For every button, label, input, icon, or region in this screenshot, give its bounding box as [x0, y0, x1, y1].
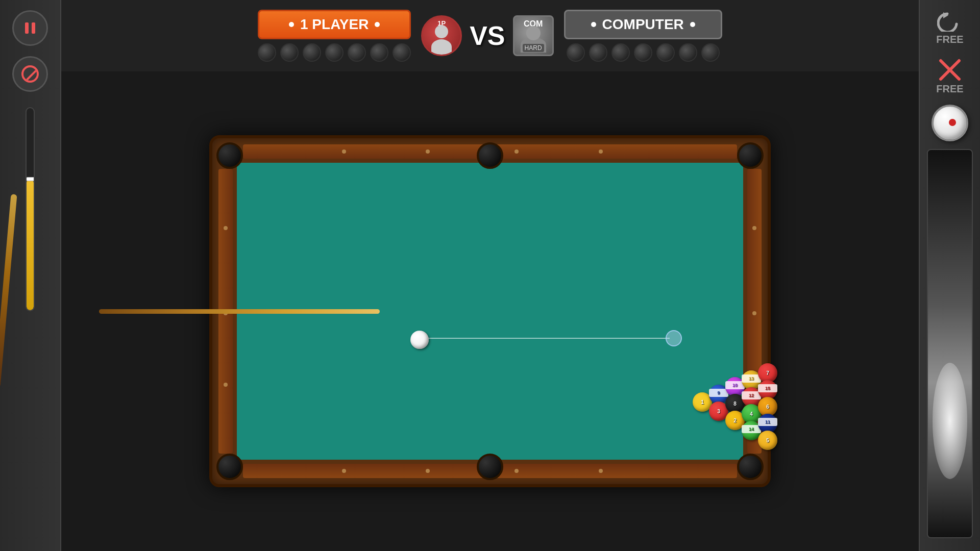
computer-label: COMPUTER [602, 16, 684, 33]
rail-dot-b4 [599, 469, 603, 473]
power-slider-container [15, 107, 45, 541]
dot-right [375, 22, 380, 27]
player1-balls [258, 43, 411, 62]
left-sidebar [0, 0, 61, 551]
computer-section: COMPUTER [564, 10, 722, 62]
power-slider-fill [27, 179, 34, 310]
vs-container: 1P VS COM HARD [421, 15, 553, 56]
com-ball-1 [567, 43, 585, 62]
pause-button[interactable] [12, 10, 48, 46]
rail-dot-t1 [342, 149, 346, 154]
right-sidebar: FREE FREE [919, 0, 980, 551]
avatar-body [431, 39, 452, 55]
game-header: 1 PLAYER 1P [61, 0, 919, 71]
player1-label: 1 PLAYER [300, 16, 369, 33]
pocket-top-left [216, 142, 243, 169]
com-ball-5 [656, 43, 675, 62]
pocket-top-middle [477, 142, 503, 169]
rail-dot-t3 [514, 149, 519, 154]
ball-4 [325, 43, 344, 62]
x-button[interactable]: FREE [929, 56, 970, 97]
avatar-head [435, 25, 448, 38]
hard-badge: HARD [523, 44, 544, 52]
rail-dot-t4 [599, 149, 603, 154]
pause-icon [24, 22, 36, 34]
power-slider-thumb[interactable] [26, 177, 35, 181]
ball-2 [280, 43, 299, 62]
cue-stick [99, 309, 380, 314]
pocket-bottom-middle [477, 454, 503, 480]
cue-ball-spin-dot [949, 119, 956, 126]
com-ball-2 [589, 43, 607, 62]
spin-power-slider[interactable] [927, 149, 973, 538]
pocket-top-right [737, 142, 764, 169]
ball-7 [393, 43, 411, 62]
ball-3 [303, 43, 321, 62]
ball-1 [258, 43, 276, 62]
rail-dot-r1 [752, 226, 756, 230]
rail-dot-l3 [224, 383, 228, 387]
com-dot-right [690, 22, 695, 27]
shot-guideline [420, 338, 670, 339]
undo-button[interactable]: FREE [929, 8, 970, 48]
pool-table[interactable]: 1 9 3 10 8 2 13 12 4 [209, 135, 771, 487]
table-surface[interactable]: 1 9 3 10 8 2 13 12 4 [237, 163, 743, 460]
power-slider-track[interactable] [26, 107, 35, 311]
avatar-figure [431, 25, 452, 55]
player1-button[interactable]: 1 PLAYER [258, 10, 411, 39]
cue-ball-display[interactable] [932, 105, 968, 141]
com-ball-3 [611, 43, 630, 62]
table-container: 1 9 3 10 8 2 13 12 4 [61, 71, 919, 551]
rail-dot-b3 [514, 469, 519, 473]
dot-left [289, 22, 294, 27]
settings-button[interactable] [12, 56, 48, 92]
ball-5: 5 [758, 431, 777, 450]
spin-gradient [928, 150, 972, 537]
com-ball-7 [701, 43, 720, 62]
com-ball-4 [634, 43, 652, 62]
vs-section: 1P VS COM HARD [421, 15, 553, 56]
cue-ball[interactable] [410, 331, 429, 349]
x-free-label: FREE [936, 83, 963, 95]
com-dot-left [591, 22, 596, 27]
player1-section: 1 PLAYER [258, 10, 411, 62]
rail-dot-t2 [426, 149, 430, 154]
vs-text: VS [470, 20, 505, 51]
x-icon [939, 59, 961, 81]
player1-avatar: 1P [421, 15, 462, 56]
pocket-bottom-left [216, 454, 243, 480]
undo-free-label: FREE [936, 34, 963, 45]
com-ball-6 [679, 43, 697, 62]
computer-avatar: COM HARD [513, 15, 554, 56]
main-area: 1 PLAYER 1P [61, 0, 919, 551]
ball-6 [370, 43, 388, 62]
rail-dot-l1 [224, 226, 228, 230]
no-sound-icon [21, 65, 39, 83]
rail-dot-b1 [342, 469, 346, 473]
computer-balls [567, 43, 720, 62]
pocket-bottom-right [737, 454, 764, 480]
computer-button[interactable]: COMPUTER [564, 10, 722, 39]
undo-icon [937, 11, 963, 32]
com-head [526, 26, 541, 40]
spin-highlight [933, 363, 968, 479]
rail-dot-r2 [752, 311, 756, 315]
rail-dot-b2 [426, 469, 430, 473]
ghost-ball [666, 330, 682, 346]
ball-5 [348, 43, 366, 62]
